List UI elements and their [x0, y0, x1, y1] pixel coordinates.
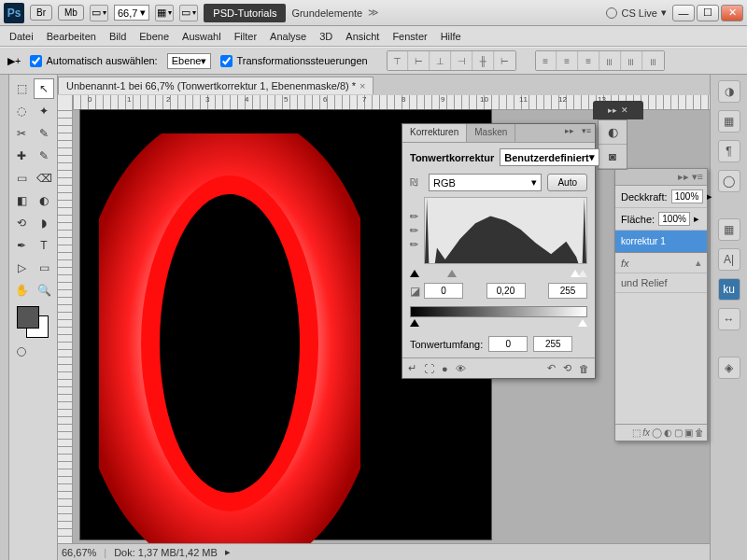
minibridge-button[interactable]: Mb — [58, 5, 84, 21]
prev-icon[interactable]: ↶ — [547, 362, 556, 374]
dist-left-icon[interactable]: ⫼ — [600, 51, 621, 70]
tool-pen[interactable]: ✒ — [11, 235, 32, 256]
panel-icon-5[interactable]: ▦ — [718, 218, 740, 241]
output-black[interactable] — [488, 336, 528, 352]
swatches-panel-icon[interactable]: ▦ — [718, 110, 740, 133]
menu-filter[interactable]: Filter — [234, 31, 257, 42]
tool-dodge[interactable]: ◗ — [34, 213, 54, 233]
tool-eraser[interactable]: ◧ — [11, 190, 32, 211]
align-bottom-icon[interactable]: ⊥ — [430, 51, 451, 70]
panel-collapse-icon[interactable]: ▸▸ — [561, 124, 578, 142]
adjustment-icon-2[interactable]: ◙ — [599, 145, 627, 169]
return-icon[interactable]: ↵ — [408, 362, 416, 374]
paragraph-panel-icon[interactable]: ¶ — [718, 140, 740, 162]
workspace-more-icon[interactable]: ≫ — [368, 7, 379, 19]
menu-ansicht[interactable]: Ansicht — [345, 31, 379, 42]
menu-bearbeiten[interactable]: Bearbeiten — [47, 31, 96, 42]
tab-close-icon[interactable]: × — [359, 80, 365, 91]
dist-top-icon[interactable]: ≡ — [536, 51, 557, 70]
minimize-button[interactable]: — — [672, 5, 695, 21]
menu-ebene[interactable]: Ebene — [139, 31, 169, 42]
transform-controls-checkbox[interactable]: Transformationssteuerungen — [220, 55, 367, 67]
align-left-icon[interactable]: ⊣ — [452, 51, 472, 70]
eyedropper-black-icon[interactable]: ✎ — [407, 209, 422, 224]
status-zoom[interactable]: 66,67% — [62, 547, 96, 558]
visibility-icon[interactable]: 👁 — [456, 363, 466, 374]
input-white[interactable] — [548, 283, 587, 299]
eyedropper-white-icon[interactable]: ✎ — [407, 237, 422, 252]
maximize-button[interactable]: ☐ — [697, 5, 719, 21]
output-white[interactable] — [533, 336, 572, 352]
zoom-combo[interactable]: 66,7▾ — [114, 5, 149, 21]
layer-effect[interactable]: und Relief — [621, 277, 668, 288]
status-arrow-icon[interactable]: ▸ — [225, 546, 231, 558]
extras-button[interactable]: ▭ — [179, 5, 198, 21]
new-layer-icon[interactable]: ▣ — [684, 427, 693, 438]
folder-icon[interactable]: ▢ — [674, 427, 683, 438]
tool-crop[interactable]: ✂ — [11, 123, 32, 144]
menu-analyse[interactable]: Analyse — [270, 31, 306, 42]
adjustment-layer-icon[interactable]: ◐ — [664, 427, 672, 438]
menu-3d[interactable]: 3D — [319, 31, 332, 42]
panel-icon-4[interactable]: ◯ — [718, 170, 740, 192]
tool-eyedropper[interactable]: ✎ — [34, 123, 54, 144]
input-mid[interactable] — [486, 283, 526, 299]
tool-move[interactable]: ↖ — [34, 78, 54, 99]
adjustment-icon-1[interactable]: ◐ — [599, 120, 627, 145]
screen-mode-button[interactable]: ▭ — [90, 5, 108, 21]
mini-panel-collapse[interactable]: ▸▸✕ — [593, 101, 643, 119]
align-vcenter-icon[interactable]: ⊢ — [409, 51, 430, 70]
levels-preset[interactable]: Benutzerdefiniert▾ — [500, 148, 599, 166]
menu-auswahl[interactable]: Auswahl — [182, 31, 221, 42]
opacity-input[interactable] — [671, 189, 703, 203]
cs-live[interactable]: CS Live▾ — [606, 7, 667, 19]
arrange-button[interactable]: ▦ — [155, 5, 174, 21]
bridge-button[interactable]: Br — [30, 5, 52, 21]
workspace-name[interactable]: Grundelemente — [291, 7, 362, 19]
input-levels-slider[interactable] — [410, 270, 587, 279]
tool-shape[interactable]: ▭ — [34, 258, 54, 278]
align-top-icon[interactable]: ⊤ — [388, 51, 408, 70]
fx-icon[interactable]: fx — [642, 427, 650, 438]
clip-icon[interactable]: ● — [442, 363, 448, 374]
input-black[interactable] — [424, 283, 463, 299]
tool-hand[interactable]: ✋ — [11, 280, 32, 301]
tool-wand[interactable]: ✦ — [34, 101, 54, 121]
reset-icon[interactable]: ⟲ — [563, 362, 571, 374]
dist-hcenter-icon[interactable]: ⫼ — [622, 51, 642, 70]
tool-gradient[interactable]: ◐ — [34, 190, 54, 211]
link-icon[interactable]: ⬚ — [632, 427, 641, 438]
levels-dialog-icon[interactable]: ◪ — [410, 285, 420, 298]
tool-lasso[interactable]: ◌ — [11, 101, 32, 121]
tool-history[interactable]: ⌫ — [34, 168, 54, 189]
tool-type[interactable]: T — [34, 235, 54, 256]
auto-button[interactable]: Auto — [547, 174, 587, 191]
tool-path[interactable]: ▷ — [11, 258, 32, 278]
expand-icon[interactable]: ⛶ — [424, 363, 434, 374]
tool-blur[interactable]: ⟲ — [11, 213, 32, 233]
channel-select[interactable]: RGB▾ — [429, 174, 542, 191]
auto-select-checkbox[interactable]: Automatisch auswählen: — [30, 55, 157, 67]
workspace-badge[interactable]: PSD-Tutorials — [204, 4, 286, 22]
tool-brush[interactable]: ✎ — [34, 146, 54, 166]
panel-icon-8[interactable]: ↔ — [718, 308, 740, 330]
character-panel-icon[interactable]: A| — [718, 248, 740, 271]
menu-bild[interactable]: Bild — [109, 31, 126, 42]
status-doc-size[interactable]: Dok: 1,37 MB/1,42 MB — [114, 547, 218, 558]
tool-zoom[interactable]: 🔍 — [34, 280, 54, 301]
panel-icon-9[interactable]: ◈ — [718, 357, 740, 379]
layers-collapse-icon[interactable]: ▸▸ ▾≡ — [678, 171, 703, 183]
trash-icon[interactable]: 🗑 — [579, 363, 589, 374]
document-tab[interactable]: Unbenannt-1 bei 66,7% (Tonwertkorrektur … — [58, 77, 374, 94]
tab-masken[interactable]: Masken — [467, 124, 515, 142]
close-button[interactable]: ✕ — [721, 5, 743, 21]
auto-select-mode[interactable]: Ebene ▾ — [167, 53, 212, 69]
kuler-panel-icon[interactable]: ku — [718, 278, 740, 301]
menu-fenster[interactable]: Fenster — [392, 31, 427, 42]
dist-bottom-icon[interactable]: ≡ — [579, 51, 599, 70]
dist-vcenter-icon[interactable]: ≡ — [557, 51, 578, 70]
dist-right-icon[interactable]: ⫼ — [643, 51, 664, 70]
tab-korrekturen[interactable]: Korrekturen — [402, 124, 467, 142]
align-hcenter-icon[interactable]: ╫ — [473, 51, 494, 70]
eyedropper-gray-icon[interactable]: ✎ — [407, 223, 422, 238]
